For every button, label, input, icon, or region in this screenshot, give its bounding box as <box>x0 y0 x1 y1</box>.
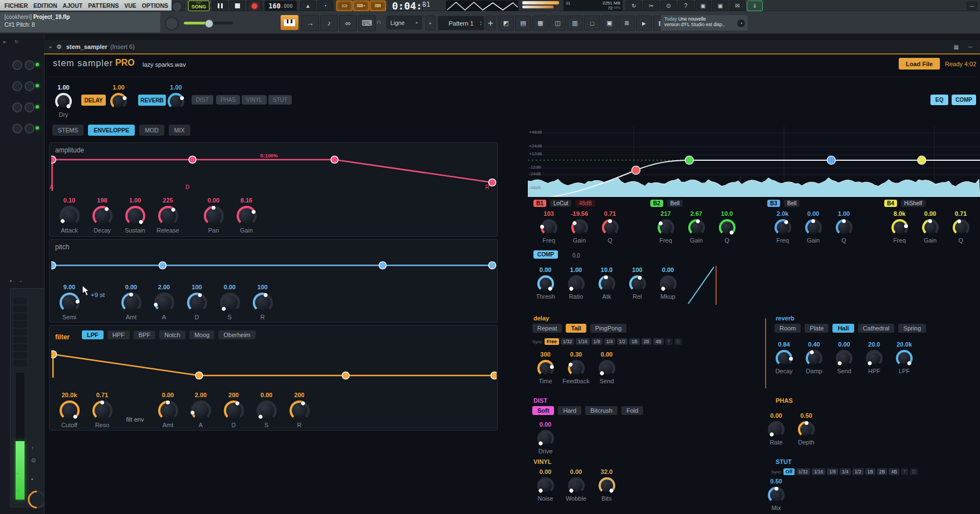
arm-up-icon[interactable]: ↑ <box>31 445 34 451</box>
knob-dial[interactable] <box>204 206 224 226</box>
toggle-channel-rack-button[interactable]: ▦ <box>532 16 548 31</box>
delay-sync-1-8[interactable]: 1/8 <box>591 338 602 345</box>
envelope-point[interactable] <box>51 262 56 269</box>
mini-knob[interactable] <box>12 60 22 70</box>
knob-bits[interactable]: 32.0Bits <box>591 468 622 503</box>
delay-mix-knob[interactable] <box>110 93 127 110</box>
stut-sync-1-32[interactable]: 1/32 <box>796 468 810 475</box>
knob-dial[interactable] <box>806 350 822 367</box>
oscilloscope[interactable] <box>445 0 519 12</box>
filter-type-hpf[interactable]: HPF <box>107 330 130 339</box>
knob-rate[interactable]: 0.00Rate <box>761 412 791 447</box>
knob-lpf[interactable]: 20.0kLPF <box>889 340 919 375</box>
delay-sync-1-16[interactable]: 1/16 <box>576 338 590 345</box>
knob-amt[interactable]: 0.00Amt <box>115 283 148 322</box>
knob-dial[interactable] <box>922 219 939 236</box>
knob-release[interactable]: 225Release <box>151 196 184 235</box>
knob-dial[interactable] <box>92 206 112 226</box>
envelope-point[interactable] <box>331 156 338 164</box>
tab-stems[interactable]: STEMS <box>52 125 84 136</box>
knob-cutoff[interactable]: 20.0kCutoff <box>53 391 86 429</box>
pattern-selector[interactable]: Pattern 1 ▲▼ <box>438 16 484 31</box>
delay-sync-1-4[interactable]: 1/4 <box>604 338 615 345</box>
reverb-enable-button[interactable]: REVERB <box>138 95 166 106</box>
delay-sync-free[interactable]: Free <box>545 338 559 345</box>
knob-dial[interactable] <box>599 360 615 377</box>
mic-button[interactable]: ⊙ <box>660 1 677 11</box>
knob-reso[interactable]: 0.71Reso <box>86 391 119 429</box>
delay-sync-1-32[interactable]: 1/32 <box>561 338 575 345</box>
envelope-point[interactable] <box>51 351 57 358</box>
mini-knob[interactable] <box>12 102 22 112</box>
knob-dial[interactable] <box>290 401 310 421</box>
reverb-mode-plate[interactable]: Plate <box>805 324 829 333</box>
dist-mode-hard[interactable]: Hard <box>558 406 581 415</box>
knob-attack[interactable]: 0.10Attack <box>53 196 86 235</box>
menu-patterns[interactable]: PATTERNS <box>88 2 119 9</box>
knob-q[interactable]: 1.00Q <box>829 210 859 245</box>
knob-dial[interactable] <box>154 293 174 313</box>
typing-piano-button[interactable]: ⌨ <box>358 15 376 31</box>
knob-dial[interactable] <box>568 360 585 377</box>
eq-band-slope[interactable]: 48dB <box>575 200 595 207</box>
knob-sustain[interactable]: 1.00Sustain <box>119 196 151 235</box>
feedback-button[interactable]: ✉ <box>729 1 746 11</box>
knob-gain[interactable]: -19.56Gain <box>564 210 595 245</box>
save-as-button[interactable]: ▣ <box>712 1 728 11</box>
dist-mode-fold[interactable]: Fold <box>621 406 643 415</box>
mini-knob[interactable] <box>24 81 35 91</box>
eq-band-type[interactable]: HiShelf <box>901 200 925 207</box>
knob-d[interactable]: 200D <box>217 391 250 429</box>
knob-hpf[interactable]: 20.0HPF <box>859 340 889 375</box>
plugin-menu-arrow-icon[interactable]: ▸ <box>50 45 52 50</box>
mini-knob[interactable] <box>12 81 22 91</box>
stut-sync-1b[interactable]: 1B <box>865 468 875 475</box>
toggle-piano-roll-button[interactable]: ▤ <box>515 16 531 31</box>
toggle-plugin-picker-button[interactable]: □ <box>584 16 600 31</box>
tempo-display[interactable]: 160.000 <box>264 1 297 11</box>
knob-dial[interactable] <box>257 401 277 421</box>
channel-led[interactable] <box>36 105 39 108</box>
typing-keyboard-button[interactable] <box>281 15 298 30</box>
knob-decay[interactable]: 198Decay <box>86 196 119 235</box>
eq-band-type[interactable]: Bell <box>784 200 800 207</box>
menu-options[interactable]: OPTIONS <box>142 2 168 9</box>
mixer-cell[interactable] <box>13 344 27 351</box>
eq-band-badge[interactable]: B2 <box>650 200 663 207</box>
fx-vinyl-button[interactable]: VINYL <box>242 95 267 105</box>
download-button[interactable]: ⇓ <box>747 1 763 11</box>
knob-feedback[interactable]: 0.30Feedback <box>561 350 591 386</box>
toggle-playlist-button[interactable]: ◩ <box>498 16 514 31</box>
record-arm-icon[interactable]: ⊙ <box>31 457 36 463</box>
knob-dial[interactable] <box>836 350 852 367</box>
knob-dial[interactable] <box>866 350 883 367</box>
tab-enveloppe[interactable]: ENVELOPPE <box>88 125 135 136</box>
toggle-project-picker-button[interactable]: ▣ <box>601 16 618 31</box>
mixer-cell[interactable] <box>13 352 27 359</box>
knob-q[interactable]: 0.71Q <box>595 210 625 245</box>
reverb-mode-hall[interactable]: Hall <box>832 324 854 333</box>
window-minimize-button[interactable]: ─ <box>967 2 977 10</box>
stop-button[interactable] <box>229 1 245 11</box>
add-pattern-button[interactable]: + <box>486 16 496 31</box>
envelope-point[interactable] <box>379 262 386 269</box>
knob-dial[interactable] <box>537 275 554 292</box>
eq-band-handle-b4[interactable] <box>918 156 926 165</box>
knob-dial[interactable] <box>768 421 785 438</box>
channel-led[interactable] <box>36 84 39 87</box>
knob-gain[interactable]: 8.16Gain <box>230 196 263 235</box>
record-button[interactable] <box>247 1 262 11</box>
eq-graph[interactable]: +48dB+24dB+12dB-12dB-24dB-48dB <box>528 126 980 197</box>
knob-s[interactable]: 0.00S <box>213 283 246 322</box>
knob-decay[interactable]: 0.84Decay <box>769 340 799 375</box>
envelope-point[interactable] <box>491 372 497 379</box>
knob-amt[interactable]: 0.00Amt <box>151 391 184 429</box>
knob-pan[interactable]: 0.00Pan <box>197 196 230 235</box>
news-notification[interactable]: Today Une nouvelle version d'FL Studio e… <box>660 14 748 31</box>
knob-dial[interactable] <box>571 219 588 236</box>
eq-band-badge[interactable]: B4 <box>884 200 897 207</box>
comp-enable-button[interactable]: COMP <box>952 95 976 105</box>
knob-mkup[interactable]: 0.00Mkup <box>653 266 683 301</box>
envelope-point[interactable] <box>51 156 56 164</box>
knob-dial[interactable] <box>220 293 240 313</box>
